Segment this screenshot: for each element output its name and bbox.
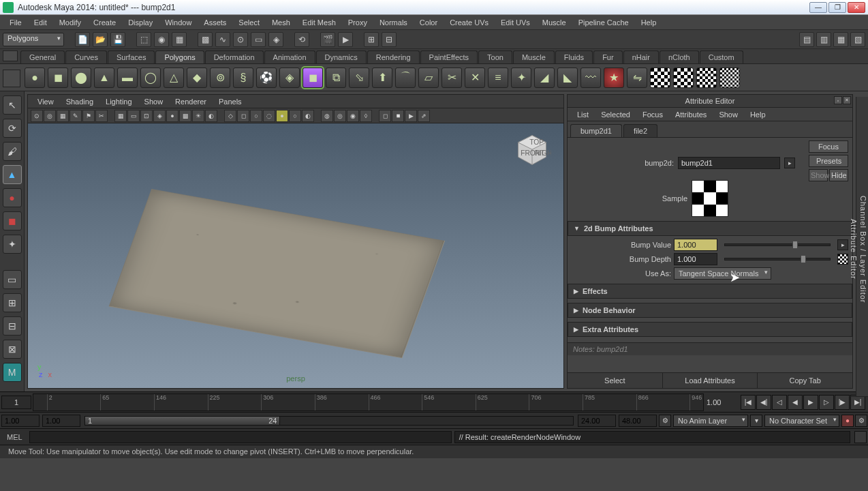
- move-tool[interactable]: ▲: [3, 165, 22, 184]
- vp-light1-icon[interactable]: ●: [276, 110, 288, 122]
- shelf-tab-fluids[interactable]: Fluids: [555, 50, 593, 63]
- checker2-icon[interactable]: [673, 68, 694, 88]
- layout-custom-icon[interactable]: ⊠: [3, 340, 22, 359]
- menu-muscle[interactable]: Muscle: [537, 17, 572, 28]
- ipr-icon[interactable]: ▶: [338, 32, 353, 47]
- cmd-lang-label[interactable]: MEL: [0, 433, 29, 441]
- vp-cube-icon[interactable]: ◻: [237, 110, 249, 122]
- vp-smooth-icon[interactable]: ●: [166, 110, 179, 122]
- vp-ao-icon[interactable]: ◍: [321, 110, 333, 122]
- prefs-icon[interactable]: ⚙: [855, 415, 867, 427]
- bump-value-slider[interactable]: [724, 243, 831, 246]
- shelf-tab-custom[interactable]: Custom: [700, 50, 743, 63]
- poly-cone-icon[interactable]: ▲: [94, 68, 114, 88]
- mirror-icon[interactable]: ⇋: [627, 68, 647, 88]
- poly-cylinder-icon[interactable]: ⬤: [71, 68, 91, 88]
- copy-tab-button[interactable]: Copy Tab: [758, 373, 852, 388]
- menu-assets[interactable]: Assets: [198, 17, 232, 28]
- rotate-tool[interactable]: ●: [3, 188, 22, 207]
- vp-icon-6[interactable]: ✂: [95, 110, 108, 122]
- auto-key-icon[interactable]: ●: [841, 415, 854, 427]
- snap-point-icon[interactable]: ⊙: [233, 32, 248, 47]
- layout-four-icon[interactable]: ⊞: [3, 293, 22, 312]
- vp-sphere-icon[interactable]: ○: [250, 110, 262, 122]
- vp-film-icon[interactable]: ▭: [127, 110, 140, 122]
- attr-menu-help[interactable]: Help: [745, 110, 771, 119]
- render-icon[interactable]: 🎬: [320, 32, 335, 47]
- show-button[interactable]: Show: [809, 169, 828, 181]
- shelf-tab-curves[interactable]: Curves: [65, 50, 107, 63]
- vp-menu-shading[interactable]: Shading: [61, 97, 99, 106]
- poly-plane-icon[interactable]: ▬: [117, 68, 138, 88]
- vp-grid-icon[interactable]: ▦: [114, 110, 127, 122]
- minimize-button[interactable]: —: [809, 2, 827, 13]
- menu-editmesh[interactable]: Edit Mesh: [297, 17, 341, 28]
- attr-menu-attributes[interactable]: Attributes: [670, 110, 712, 119]
- select-button[interactable]: Select: [568, 373, 663, 388]
- anim-layer-icon[interactable]: ▾: [750, 415, 762, 427]
- new-scene-icon[interactable]: 📄: [75, 32, 90, 47]
- range-opts-icon[interactable]: ⚙: [659, 415, 671, 427]
- shelf-tab-general[interactable]: General: [20, 50, 65, 63]
- range-slider[interactable]: 1 24: [84, 416, 574, 426]
- layout-single-icon[interactable]: ▭: [3, 270, 22, 289]
- shelf-tab-dynamics[interactable]: Dynamics: [316, 50, 367, 63]
- bump-value-input[interactable]: [674, 239, 717, 251]
- vp-iso-icon[interactable]: ◇: [224, 110, 236, 122]
- shelf-tab-nhair[interactable]: nHair: [623, 50, 659, 63]
- sidebar-tab-attreditor[interactable]: Attribute Editor: [849, 102, 858, 397]
- play-back-button[interactable]: ◀: [788, 395, 803, 410]
- attr-tab-bump2d1[interactable]: bump2d1: [570, 124, 622, 137]
- go-start-button[interactable]: |◀: [741, 395, 756, 410]
- vp-light2-icon[interactable]: ○: [289, 110, 301, 122]
- vp-cam-icon[interactable]: ◽: [392, 110, 404, 122]
- menu-file[interactable]: File: [4, 17, 27, 28]
- vp-wire-icon[interactable]: ◈: [153, 110, 166, 122]
- poly-sphere-icon[interactable]: ●: [25, 68, 45, 88]
- attr-dock-button[interactable]: ▫: [834, 96, 842, 104]
- lasso-tool[interactable]: ⟳: [3, 119, 22, 138]
- sidebar-toggle-2[interactable]: ▥: [816, 32, 831, 47]
- vp-xray-icon[interactable]: ◌: [263, 110, 275, 122]
- poly-helix-icon[interactable]: §: [233, 68, 253, 88]
- range-end-inner[interactable]: [578, 415, 616, 427]
- shelf-tab-ncloth[interactable]: nCloth: [660, 50, 699, 63]
- vp-render-icon[interactable]: ▶: [405, 110, 417, 122]
- load-attributes-button[interactable]: Load Attributes: [663, 373, 758, 388]
- menu-select[interactable]: Select: [233, 17, 265, 28]
- vp-icon-2[interactable]: ◎: [44, 110, 56, 122]
- use-as-dropdown[interactable]: Tangent Space Normals: [674, 267, 771, 280]
- scale-tool[interactable]: ◼: [3, 211, 22, 230]
- cut-icon[interactable]: ✂: [441, 68, 462, 88]
- bump-depth-input[interactable]: [674, 253, 717, 265]
- menu-window[interactable]: Window: [159, 17, 197, 28]
- scene-plane-object[interactable]: [109, 189, 445, 358]
- hide-button[interactable]: Hide: [829, 169, 848, 181]
- vp-tex-icon[interactable]: ▩: [179, 110, 191, 122]
- extract-icon[interactable]: ⬂: [349, 68, 369, 88]
- shelf-options-button[interactable]: [3, 70, 20, 87]
- vp-depth-icon[interactable]: ◉: [347, 110, 359, 122]
- checker4-icon[interactable]: [719, 68, 740, 88]
- paint-tool[interactable]: 🖌: [3, 142, 22, 161]
- insert-edge-icon[interactable]: ≡: [488, 68, 508, 88]
- vp-menu-show[interactable]: Show: [139, 97, 169, 106]
- presets-button[interactable]: Presets: [809, 155, 848, 167]
- checker1-icon[interactable]: [650, 68, 670, 88]
- menu-edit[interactable]: Edit: [29, 17, 52, 28]
- paint-select-icon[interactable]: ▦: [172, 32, 187, 47]
- bump-value-map-button[interactable]: ▸: [837, 239, 848, 250]
- menu-create[interactable]: Create: [88, 17, 121, 28]
- vp-icon-4[interactable]: ✎: [69, 110, 82, 122]
- shelf-tab-animation[interactable]: Animation: [264, 50, 315, 63]
- node-name-input[interactable]: [678, 157, 780, 169]
- range-start-outer[interactable]: [1, 415, 40, 427]
- focus-button[interactable]: Focus: [809, 140, 848, 153]
- time-current-frame[interactable]: 1: [1, 396, 31, 409]
- shelf-tab-toon[interactable]: Toon: [478, 50, 512, 63]
- attr-menu-focus[interactable]: Focus: [637, 110, 668, 119]
- toggle-icon-1[interactable]: ⊞: [364, 32, 379, 47]
- bump-depth-slider[interactable]: [724, 258, 831, 261]
- snap-live-icon[interactable]: ◈: [268, 32, 283, 47]
- vp-light-icon[interactable]: ☀: [192, 110, 204, 122]
